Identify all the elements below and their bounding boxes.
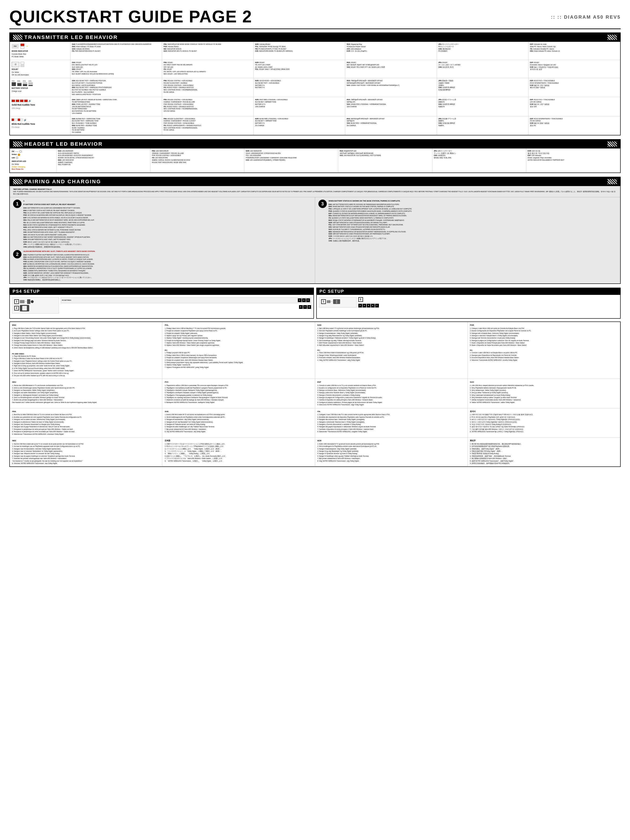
- setup-row: PS4 SETUP 1 →: [9, 287, 621, 319]
- indicator-led-label: INDICATOR LED: [12, 160, 54, 163]
- base-station-icon: [20, 305, 29, 311]
- headset-hatch-right: [608, 142, 617, 147]
- btn-5: 5: [306, 298, 310, 302]
- base-screen: [22, 306, 27, 311]
- dan-label: DAN: [317, 324, 465, 327]
- dolby-leds: [21, 62, 24, 67]
- ned-label: NED: [12, 439, 160, 442]
- dolby-led-off: [21, 65, 24, 67]
- off-led: [16, 157, 18, 159]
- pairing-header: PAIRING AND CHARGING: [10, 177, 620, 186]
- btn-7: 7: [303, 305, 307, 309]
- multilang-instructions: ENG 1. Plug USB Micro Cable into TV/Cons…: [9, 322, 621, 467]
- step3-row: 3 WHEN BATTERY STATUS IS SHOWN ON THE BA…: [318, 200, 617, 242]
- pc-num1: 1: [321, 299, 326, 304]
- solid-lang-3: NOR: FAST RØD LYSSIGNAL = SON AUDIBLE BL…: [254, 97, 345, 116]
- ps4-icon: PS4: [12, 44, 19, 49]
- mode-indicator-visual: PS4 ⚡: [12, 44, 68, 49]
- dolby-label: DOLBY: [12, 68, 68, 71]
- amber-led: [18, 154, 20, 156]
- blink-1: [12, 118, 14, 121]
- led-white: [21, 46, 24, 49]
- transmitter-section: TRANSMITTER LED BEHAVIOR PS4 ⚡ MODE INDI…: [9, 32, 621, 136]
- pc-usb-slot: [336, 300, 337, 303]
- pol-label: POL: [165, 324, 312, 327]
- ps4-setup-body: 1 → 2: [10, 295, 313, 318]
- pc-tower-icon: [333, 299, 340, 304]
- chn-label: 简化字: [470, 439, 618, 442]
- solid-red-block-4: [24, 100, 28, 102]
- mode-lang-5: JPN: モードインジケーター PC/コンソールモード CHN: 模式指示灯 P…: [437, 42, 529, 60]
- solid-red-label: Solid Red Audible Tone: [12, 103, 68, 107]
- lang-deu: DEU 1. Stecke das USB-Mikrokabel in TV u…: [10, 379, 162, 408]
- solid-lang-1: DAK: ÜBER LED ROT, REDEN AF BLINKE + WAR…: [71, 97, 162, 116]
- amber-state: Amber: [12, 153, 20, 156]
- suo-label: SUO: [470, 381, 618, 384]
- blink-lang-2: FRA: ROUGE CLIGNOTANT = SON AUDIBLE CHAR…: [162, 116, 254, 135]
- pc-connectors: →: [327, 299, 340, 304]
- nor-label: NOR: [317, 439, 465, 442]
- dolby-lang-5: JPN: DOLBY オン: 白く点灯 / オフ: LED消灯 CHN: 杜比开…: [437, 60, 529, 78]
- pairing-hatch-left: [13, 179, 22, 184]
- pc-step1-icon: 1 →: [321, 299, 355, 304]
- battery-label: BATTERY STATUS: [12, 87, 68, 90]
- btn-6: 6: [299, 305, 303, 309]
- ps4-setup-header: PS4 SETUP: [10, 288, 313, 295]
- blink-lang-5: JPN: 赤点滅+アラーム音 残量5% CHN: 红色闪烁+蜂鸣音 电量5%: [437, 116, 529, 135]
- pairing-step3-col: 3 WHEN BATTERY STATUS IS SHOWN ON THE BA…: [315, 197, 621, 283]
- pc-setup-body: 1 → 2: [317, 295, 621, 312]
- eng-pc-text: 1. Plug USB Buttons into PC Mode. 2. Plu…: [12, 355, 160, 377]
- pairing-step1-col: 1 1 IF BATTERY STATUS DOES NOT DISPLAY, …: [10, 197, 315, 283]
- led-boxes: [21, 44, 24, 49]
- solid-red-block-3: [20, 100, 23, 102]
- lang-ita: ITA 1. Collegate il cavo USB Micro alla …: [315, 408, 468, 437]
- ps4-port: [27, 299, 30, 304]
- step1-multilang: DAK: BATTERIESTATUS AN SLIDER ASS GERAMB…: [23, 207, 94, 248]
- ned-text: 1. Sluit de USB Micro-kabel aan op de TV…: [12, 443, 160, 465]
- chn-text: 1. 将USB Micro电缆连接到电视和游戏主机，通过基站和PS4的相应端口。…: [470, 443, 618, 465]
- por-pc-text: 1. Conecte o cabo USB Micro na Estação B…: [470, 352, 618, 362]
- pc-btn-7: 7: [375, 304, 379, 308]
- pc-btn-6: 6: [371, 304, 375, 308]
- por-ps4-text: 1. Coloque o cabo Micro USB num posto de…: [470, 327, 618, 347]
- step1-text: 1 IF BATTERY STATUS DOES NOT DISPLAY, RE…: [23, 200, 94, 248]
- mode-indicator-label: MODE INDICATOR: [12, 50, 68, 52]
- lang-ned: NED 1. Sluit de USB Micro-kabel aan op d…: [10, 437, 162, 466]
- transmitter-grid: PS4 ⚡ MODE INDICATOR Console Mode: Red P…: [10, 42, 620, 135]
- indicator-on: On: White: [12, 163, 54, 166]
- solid-red-visual: 🔊: [12, 99, 68, 103]
- lang-jpn: 日本語 1. USBマイクロケーブルをベースステーションとPS4の適切なポートに…: [162, 437, 315, 466]
- indicator-visual: ON —— Amber LED: [12, 150, 54, 159]
- ps-settings-bar: PS SETTINGS 3 4 5: [61, 297, 311, 303]
- dolby-off: Off: No LED illuminated: [12, 74, 68, 76]
- blink-lang-1: DAK: BLINKE ROT + WARNTONK TONE BLK BLIN…: [71, 116, 162, 135]
- solid-red-cell: 🔊 Solid Red Audible Tone 10% charge: [10, 97, 71, 116]
- pc-btn-4: 4: [362, 304, 366, 308]
- lang-sve: SVE 1. Anslut USB Micro-kabel till TV oc…: [162, 408, 315, 437]
- step3-title: WHEN BATTERY STATUS IS SHOWN ON THE BASE…: [329, 200, 412, 202]
- solid-lang-2: FRA: ROUGE CONTINU + SON AUDIBLE CHARGE:…: [162, 97, 254, 116]
- step2-multilang: DAK: PLIEREN FLASTEM HAUPTBEFEST DER DOC…: [23, 254, 95, 281]
- solid-red-block: [12, 100, 15, 102]
- lang-suo: SUO 1. Liitä USB Micro -kaapeli televisi…: [468, 379, 620, 408]
- dolby-lang-4: RUS: DOLBY ВКЛ: БЕЛЫЙ / ВЫКЛ: НЕТ ОСВЕЩЕ…: [345, 60, 437, 78]
- ps4-setup-section: PS4 SETUP 1 →: [9, 287, 314, 319]
- indicator-led-cell: ON —— Amber LED INDI: [10, 148, 57, 172]
- pc-buttons-visual: 2 3 4 5 6 7: [358, 297, 618, 308]
- solid-red-block-2: [16, 100, 19, 102]
- page-title: QUICKSTART GUIDE PAGE 2: [9, 7, 252, 26]
- step1-label: IF BATTERY STATUS DOES NOT DISPLAY, RE-S…: [23, 203, 94, 206]
- blink-red-pct: 5% charge: [12, 126, 68, 129]
- dolby-lang-3: NOR: DOLBY PÅ: HVIT LED LYSER AV: INGEN …: [254, 60, 345, 78]
- led-red: [21, 44, 24, 46]
- eng-label: ENG: [12, 324, 160, 327]
- pc-usb-icon: [327, 300, 331, 303]
- hatch-left: [13, 35, 22, 40]
- step2-num: 2: [13, 250, 22, 259]
- dolby-lang-2: FRA: DOLBY ON: FIRST START: PAS DE DÉLUM…: [162, 60, 254, 78]
- dolby-cell: 🎧 DOLBY On: White Off: No LED illuminate…: [10, 60, 71, 78]
- dan-pc-text: 1. Tilslut USB Mikro Kabel til basisstat…: [317, 352, 465, 362]
- solid-lang-4: RUS: ТВЁРДЫЙ КРАСНЫЙ = ЗВУКОВОЙ СИГНАЛ З…: [345, 97, 437, 116]
- hs-lang-1: DAK: LED ANZEIGER AUS-LED ANZEIGER: FERT…: [57, 148, 150, 172]
- pairing-section: PAIRING AND CHARGING *BEFORE LIFTING, CH…: [9, 177, 621, 284]
